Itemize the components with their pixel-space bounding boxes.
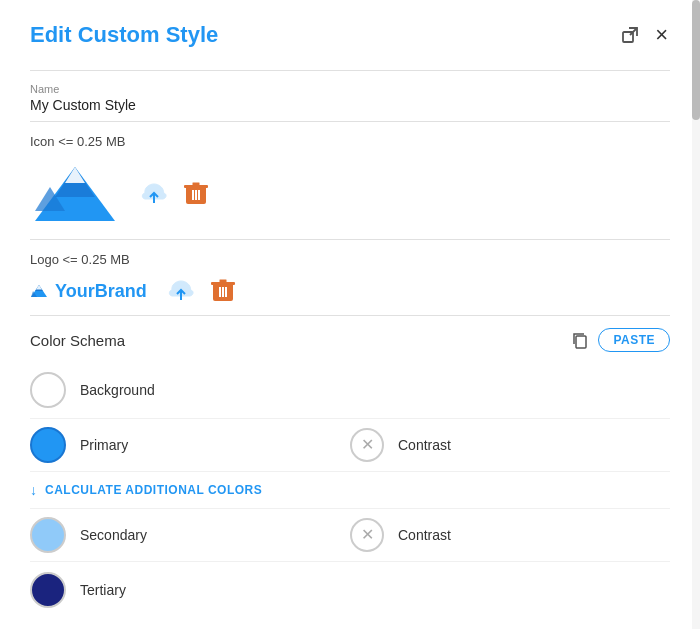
header-divider: [30, 70, 670, 71]
icon-section: Icon <= 0.25 MB: [30, 134, 670, 229]
edit-panel: Edit Custom Style × Name My Custom Style: [10, 0, 690, 618]
svg-marker-5: [65, 167, 85, 183]
color-schema-actions: PASTE: [570, 328, 670, 352]
color-schema-title: Color Schema: [30, 332, 125, 349]
contrast-secondary-swatch[interactable]: ✕: [350, 518, 384, 552]
svg-rect-20: [211, 282, 235, 285]
close-button[interactable]: ×: [653, 20, 670, 50]
svg-rect-9: [184, 185, 208, 188]
paste-schema-button[interactable]: PASTE: [598, 328, 670, 352]
svg-rect-24: [576, 336, 586, 348]
logo-delete-button[interactable]: [211, 277, 235, 305]
logo-section: Logo <= 0.25 MB YourBrand: [30, 252, 670, 305]
mountain-icon: [30, 159, 120, 229]
name-section: Name My Custom Style: [30, 83, 670, 113]
icon-area: [30, 159, 670, 229]
icon-label: Icon <= 0.25 MB: [30, 134, 670, 149]
scrollbar-track: [692, 0, 700, 629]
contrast-primary-swatch[interactable]: ✕: [350, 428, 384, 462]
tertiary-label: Tertiary: [80, 582, 126, 598]
page-title: Edit Custom Style: [30, 22, 218, 48]
scrollbar-thumb[interactable]: [692, 0, 700, 120]
contrast-secondary-label: Contrast: [398, 527, 451, 543]
logo-upload-button[interactable]: [167, 277, 195, 305]
header-icons: ×: [619, 20, 670, 50]
icon-delete-button[interactable]: [184, 180, 208, 208]
calculate-icon: ↓: [30, 482, 37, 498]
icon-actions: [140, 180, 208, 208]
logo-label: Logo <= 0.25 MB: [30, 252, 670, 267]
external-link-button[interactable]: [619, 24, 641, 46]
icon-divider: [30, 239, 670, 240]
secondary-swatch[interactable]: [30, 517, 66, 553]
secondary-half: Secondary: [30, 517, 350, 553]
logo-actions: [167, 277, 235, 305]
header: Edit Custom Style ×: [30, 20, 670, 50]
calculate-button[interactable]: CALCULATE ADDITIONAL COLORS: [45, 483, 262, 497]
calculate-row: ↓ CALCULATE ADDITIONAL COLORS: [30, 472, 670, 509]
color-row-secondary: Secondary ✕ Contrast: [30, 509, 670, 562]
color-schema-section: Color Schema PASTE Background: [30, 328, 670, 618]
background-label: Background: [80, 382, 155, 398]
color-schema-header: Color Schema PASTE: [30, 328, 670, 352]
tertiary-swatch[interactable]: [30, 572, 66, 608]
name-divider: [30, 121, 670, 122]
svg-marker-16: [36, 285, 42, 290]
contrast-primary-half: ✕ Contrast: [350, 428, 670, 462]
primary-half: Primary: [30, 427, 350, 463]
color-row-tertiary: Tertiary: [30, 562, 670, 618]
primary-swatch[interactable]: [30, 427, 66, 463]
logo-area: YourBrand: [30, 277, 670, 305]
contrast-primary-label: Contrast: [398, 437, 451, 453]
primary-label: Primary: [80, 437, 128, 453]
outer-wrapper: Edit Custom Style × Name My Custom Style: [0, 0, 700, 629]
logo-divider: [30, 315, 670, 316]
icon-upload-button[interactable]: [140, 180, 168, 208]
name-label: Name: [30, 83, 670, 95]
color-row-primary: Primary ✕ Contrast: [30, 419, 670, 472]
secondary-label: Secondary: [80, 527, 147, 543]
copy-schema-button[interactable]: [570, 330, 590, 350]
contrast-secondary-half: ✕ Contrast: [350, 518, 670, 552]
name-value: My Custom Style: [30, 97, 670, 113]
color-row-background: Background: [30, 362, 670, 419]
logo-display: YourBrand: [30, 281, 147, 302]
background-swatch[interactable]: [30, 372, 66, 408]
